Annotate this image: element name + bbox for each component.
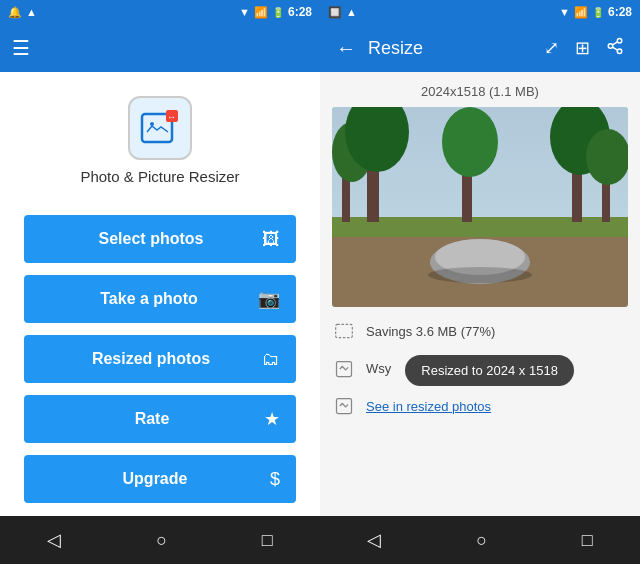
app-logo-section: ↔ Photo & Picture Resizer (0, 72, 320, 205)
see-resized-link[interactable]: See in resized photos (366, 399, 491, 414)
tooltip-container: Resized to 2024 x 1518 (405, 351, 574, 386)
status-bar-left: 🔔 ▲ ▼ 📶 🔋 6:28 (0, 0, 320, 24)
rate-button[interactable]: Rate ★ (24, 395, 296, 443)
folder-view-icon (332, 394, 356, 418)
right-panel: 🔲 ▲ ▼ 📶 🔋 6:28 ← Resize ⤢ ⊞ 2024x1518 (1… (320, 0, 640, 564)
camera-icon: 📷 (258, 288, 280, 310)
select-photos-label: Select photos (40, 230, 262, 248)
signal-icon: 📶 (254, 6, 268, 19)
battery-icon: 🔋 (272, 7, 284, 18)
bottom-nav-right: ◁ ○ □ (320, 516, 640, 564)
svg-point-7 (617, 49, 622, 54)
wifi-icon: ▼ (239, 6, 250, 18)
park-image-container (332, 107, 628, 307)
svg-text:↔: ↔ (167, 112, 176, 122)
savings-text: Savings 3.6 MB (77%) (366, 324, 495, 339)
status-bar-right: 🔲 ▲ ▼ 📶 🔋 6:28 (320, 0, 640, 24)
expand-icon[interactable]: ⤢ (540, 33, 563, 63)
app-logo-container: ↔ (128, 96, 192, 160)
svg-line-9 (612, 42, 617, 45)
back-nav-icon-right[interactable]: ◁ (367, 529, 381, 551)
tooltip-text: Resized to 2024 x 1518 (405, 355, 574, 386)
toolbar-right: ← Resize ⤢ ⊞ (320, 24, 640, 72)
bottom-nav-left: ◁ ○ □ (0, 516, 320, 564)
back-button-right[interactable]: ← (332, 33, 360, 64)
resize-content: 2024x1518 (1.1 MB) (320, 72, 640, 516)
upgrade-button[interactable]: Upgrade $ (24, 455, 296, 503)
star-icon: ★ (264, 408, 280, 430)
left-panel: 🔔 ▲ ▼ 📶 🔋 6:28 ☰ ↔ (0, 0, 320, 564)
home-nav-icon-right[interactable]: ○ (476, 530, 487, 551)
wsy-text: Wsy (366, 361, 391, 376)
rate-label: Rate (40, 410, 264, 428)
wifi-icon-right: ▼ (559, 6, 570, 18)
status-time-left: 6:28 (288, 5, 312, 19)
app-logo-svg: ↔ (138, 106, 182, 150)
svg-line-8 (612, 47, 617, 50)
upgrade-label: Upgrade (40, 470, 270, 488)
back-nav-icon-left[interactable]: ◁ (47, 529, 61, 551)
stats-section: Savings 3.6 MB (77%) Wsy Resized to 2024… (332, 319, 628, 418)
park-image (332, 107, 628, 307)
image-dimensions-label: 2024x1518 (1.1 MB) (332, 84, 628, 99)
wsy-row: Wsy Resized to 2024 x 1518 (332, 351, 628, 386)
svg-rect-26 (336, 324, 353, 337)
menu-buttons: Select photos 🖼 Take a photo 📷 Resized p… (0, 205, 320, 516)
crop-icon[interactable]: ⊞ (571, 33, 594, 63)
resized-photos-button[interactable]: Resized photos 🗂 (24, 335, 296, 383)
status-right-icons-right: ▼ 📶 🔋 6:28 (559, 5, 632, 19)
notification-icon: 🔔 (8, 6, 22, 19)
toolbar-left: ☰ (0, 24, 320, 72)
svg-rect-1 (146, 118, 168, 136)
select-photos-button[interactable]: Select photos 🖼 (24, 215, 296, 263)
savings-row: Savings 3.6 MB (77%) (332, 319, 628, 343)
hamburger-menu-icon[interactable]: ☰ (12, 36, 30, 60)
park-scene-svg (332, 107, 628, 307)
svg-point-18 (442, 107, 498, 177)
app-name-label: Photo & Picture Resizer (80, 168, 239, 185)
status-icons-left: 🔔 ▲ (8, 6, 37, 19)
home-nav-icon-left[interactable]: ○ (156, 530, 167, 551)
take-photo-label: Take a photo (40, 290, 258, 308)
wsy-icon (332, 357, 356, 381)
photo-indicator-icon: 🔲 (328, 6, 342, 19)
signal-icon-right: 📶 (574, 6, 588, 19)
status-right-icons-left: ▼ 📶 🔋 6:28 (239, 5, 312, 19)
recents-nav-icon-right[interactable]: □ (582, 530, 593, 551)
svg-point-6 (608, 44, 613, 49)
camera-indicator-icon: ▲ (26, 6, 37, 18)
svg-point-25 (428, 267, 532, 283)
svg-point-5 (617, 39, 622, 44)
savings-icon (332, 319, 356, 343)
share-icon[interactable] (602, 33, 628, 63)
status-icons-right-left: 🔲 ▲ (328, 6, 357, 19)
svg-point-22 (586, 129, 628, 185)
status-time-right: 6:28 (608, 5, 632, 19)
signal-indicator-icon: ▲ (346, 6, 357, 18)
see-resized-row: See in resized photos (332, 394, 628, 418)
battery-icon-right: 🔋 (592, 7, 604, 18)
select-photos-icon: 🖼 (262, 229, 280, 250)
dollar-icon: $ (270, 469, 280, 490)
recents-nav-icon-left[interactable]: □ (262, 530, 273, 551)
resized-photos-label: Resized photos (40, 350, 262, 368)
resize-title: Resize (368, 38, 532, 59)
folder-icon: 🗂 (262, 349, 280, 370)
take-photo-button[interactable]: Take a photo 📷 (24, 275, 296, 323)
